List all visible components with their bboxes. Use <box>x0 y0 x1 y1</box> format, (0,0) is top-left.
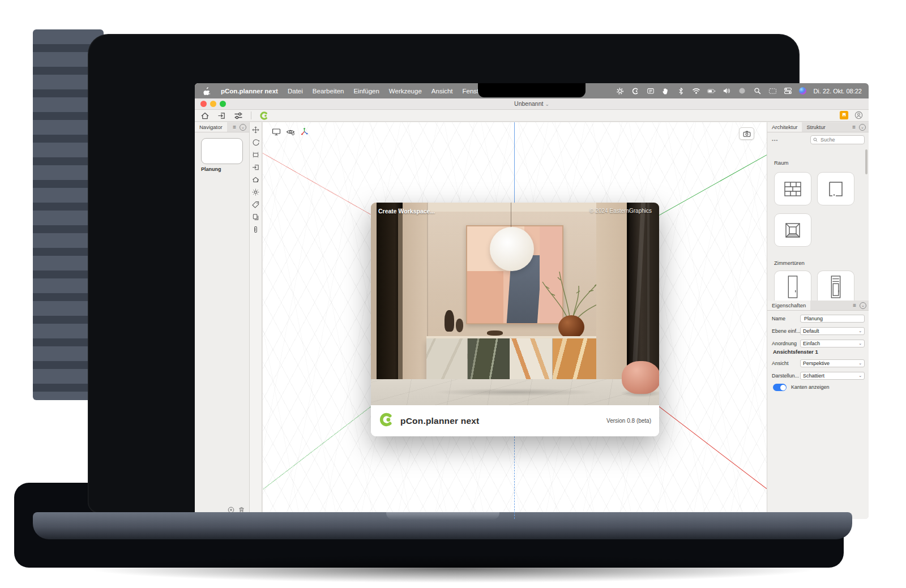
viewport-display-icon[interactable] <box>272 128 281 138</box>
snapshot-camera-button[interactable] <box>739 127 754 140</box>
drawing-canvas[interactable]: Create Workspace... © 2024 EasternGraphi… <box>263 122 767 519</box>
prop-row-anordnung: Anordnung Einfach⌄ <box>767 338 869 349</box>
splash-hero-image: Create Workspace... © 2024 EasternGraphi… <box>371 203 659 405</box>
volume-icon[interactable] <box>723 87 731 95</box>
library-tabs: Architektur Struktur ≡ ⌄ <box>767 122 869 132</box>
wall-bricks-icon <box>783 181 803 198</box>
measure-tool-icon[interactable] <box>252 226 259 233</box>
ebene-select[interactable]: Default⌄ <box>800 327 865 335</box>
name-field[interactable] <box>800 315 865 323</box>
properties-tab[interactable]: Eigenschaften <box>767 301 810 310</box>
focus-icon[interactable] <box>738 87 746 95</box>
library-collapse-icon[interactable]: ⌄ <box>859 124 866 131</box>
menu-item-datei[interactable]: Datei <box>288 88 303 95</box>
viewport-section-title: Ansichtsfenster 1 <box>773 349 818 355</box>
pcon-splash-logo-icon <box>379 412 394 430</box>
kanten-anzeigen-toggle[interactable] <box>773 384 787 391</box>
move-tool-icon[interactable] <box>252 126 259 134</box>
scene-lamp-cord <box>511 203 511 229</box>
door-paneled-icon <box>827 274 844 299</box>
breadcrumb-ellipsis[interactable]: ••• <box>772 138 778 143</box>
library-search-box[interactable] <box>810 135 865 144</box>
anordnung-select[interactable]: Einfach⌄ <box>800 340 865 347</box>
plan-thumbnail[interactable] <box>201 138 243 164</box>
title-chevron-icon[interactable]: ⌄ <box>545 101 549 107</box>
camera-notch <box>478 83 586 97</box>
tag-tool-icon[interactable] <box>252 201 259 208</box>
document-title[interactable]: Unbenannt <box>514 100 543 107</box>
menu-item-einfuegen[interactable]: Einfügen <box>353 88 379 95</box>
properties-menu-icon[interactable]: ≡ <box>853 303 856 308</box>
account-icon[interactable] <box>854 111 863 122</box>
navigator-panel: Navigator ≡ ⌄ Planung <box>195 122 250 519</box>
duplicate-pages-icon[interactable] <box>252 213 259 221</box>
kanten-anzeigen-label: Kanten anzeigen <box>791 384 830 390</box>
apple-logo-icon[interactable] <box>203 87 211 95</box>
document-title-group[interactable]: Unbenannt ⌄ <box>195 100 869 107</box>
splash-dialog: Create Workspace... © 2024 EasternGraphi… <box>371 203 659 436</box>
settings-gear-icon[interactable] <box>616 87 624 95</box>
scene-sideboard <box>426 338 597 381</box>
menubar-app-name[interactable]: pCon.planner next <box>221 88 278 95</box>
splash-footer: pCon.planner next Version 0.8 (beta) <box>371 405 659 436</box>
light-sun-icon[interactable] <box>252 188 259 196</box>
search-input[interactable] <box>819 136 858 143</box>
siri-icon[interactable] <box>799 87 806 95</box>
darstellung-select[interactable]: Schattiert⌄ <box>800 372 865 380</box>
draw-room-icon[interactable] <box>252 176 259 183</box>
scene-left-edge <box>371 203 377 405</box>
menubar-clock[interactable]: Di. 22. Okt. 08:22 <box>813 88 862 95</box>
bluetooth-icon[interactable] <box>677 87 685 95</box>
library-item-wall[interactable] <box>774 172 811 205</box>
library-item-room-3d[interactable] <box>774 213 811 247</box>
export-view-icon[interactable] <box>252 164 259 171</box>
chevron-down-icon: ⌄ <box>858 374 862 378</box>
prop-label-name: Name <box>767 316 800 321</box>
library-item-door[interactable] <box>774 271 811 301</box>
navigator-collapse-icon[interactable]: ⌄ <box>240 124 246 131</box>
accessibility-hand-icon[interactable] <box>661 87 670 95</box>
wifi-icon[interactable] <box>692 87 700 95</box>
frame-selection-icon[interactable] <box>252 151 259 158</box>
properties-collapse-icon[interactable]: ⌄ <box>860 302 866 309</box>
orbit-tool-icon[interactable] <box>252 139 259 146</box>
tab-architektur[interactable]: Architektur <box>767 122 802 132</box>
library-scrollbar[interactable] <box>865 149 867 174</box>
control-center-icon[interactable] <box>784 87 792 95</box>
home-icon[interactable] <box>200 111 210 120</box>
axis-z-top <box>514 122 515 203</box>
window-badges <box>839 110 863 122</box>
battery-icon[interactable] <box>707 87 716 95</box>
navigator-tab[interactable]: Navigator <box>195 122 227 132</box>
ansicht-select[interactable]: Perspektive⌄ <box>800 359 865 367</box>
laptop-base-notch <box>386 512 499 520</box>
prop-row-darstellung: Darstellun... Schattiert⌄ <box>767 370 869 381</box>
splash-copyright: © 2024 EasternGraphics <box>589 208 652 214</box>
navigator-menu-icon[interactable]: ≡ <box>233 125 236 130</box>
library-item-door-paneled[interactable] <box>817 271 854 301</box>
library-item-room-outline[interactable] <box>817 172 854 205</box>
settings-sliders-icon[interactable] <box>234 111 243 120</box>
axes-3d-icon[interactable] <box>300 127 309 138</box>
pcon-logo-icon[interactable] <box>259 111 269 121</box>
import-icon[interactable] <box>217 111 226 120</box>
menu-item-ansicht[interactable]: Ansicht <box>431 88 453 95</box>
scene-vase <box>558 315 584 339</box>
splash-product-name: pCon.planner next <box>400 416 479 426</box>
tab-struktur[interactable]: Struktur <box>802 122 830 132</box>
name-input[interactable] <box>803 315 862 322</box>
visibility-settings-icon[interactable] <box>286 128 295 138</box>
plan-thumbnail-label: Planung <box>201 166 221 172</box>
menu-item-werkzeuge[interactable]: Werkzeuge <box>389 88 422 95</box>
pcon-swirl-icon[interactable] <box>631 87 639 95</box>
laptop-base <box>33 512 852 539</box>
screen-mirroring-icon[interactable] <box>768 87 777 95</box>
spotlight-search-icon[interactable] <box>753 87 762 95</box>
section-title-raum: Raum <box>774 160 788 166</box>
tv-app-icon[interactable] <box>646 87 655 95</box>
library-menu-icon[interactable]: ≡ <box>852 125 856 130</box>
room-outline-icon <box>826 180 845 198</box>
menu-item-bearbeiten[interactable]: Bearbeiten <box>313 88 344 95</box>
workspace-badge-icon[interactable] <box>839 110 849 122</box>
library-panel: Architektur Struktur ≡ ⌄ ••• <box>767 122 869 519</box>
